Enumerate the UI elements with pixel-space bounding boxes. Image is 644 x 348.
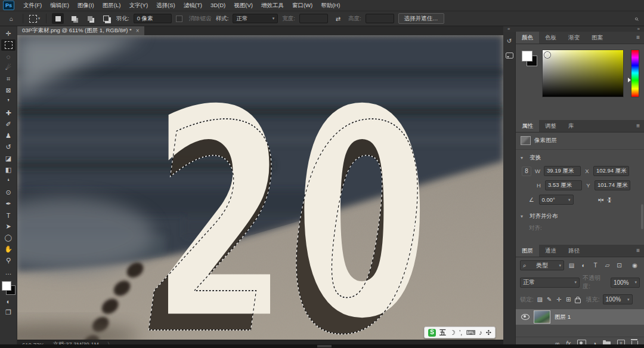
subtract-selection-button[interactable]: [84, 13, 96, 24]
tab-patterns[interactable]: 图案: [586, 32, 609, 44]
active-tool-icon[interactable]: ▾: [29, 13, 41, 24]
menu-plugins[interactable]: 增效工具: [257, 0, 288, 11]
lock-artboard-icon[interactable]: ⊞: [565, 296, 572, 303]
opacity-dropdown[interactable]: 100%▾: [611, 278, 640, 288]
menu-edit[interactable]: 编辑(E): [46, 0, 73, 11]
width-value-field[interactable]: 39.19 厘米: [544, 166, 581, 176]
filter-toggle-pin-icon[interactable]: ◉: [630, 262, 639, 269]
rectangular-marquee-tool[interactable]: [1, 39, 16, 51]
crop-tool[interactable]: ⌗: [1, 73, 16, 85]
ime-logo[interactable]: S: [428, 329, 436, 337]
panel-menu-icon[interactable]: ≡: [632, 245, 644, 257]
filter-shape-layers-icon[interactable]: ▱: [603, 262, 612, 269]
close-tab-icon[interactable]: ×: [136, 27, 140, 34]
ime-toolbox-icon[interactable]: ✣: [486, 329, 491, 336]
chevron-down-icon[interactable]: ▾: [521, 214, 523, 219]
tab-libraries[interactable]: 库: [562, 120, 580, 132]
filter-adjustment-layers-icon[interactable]: ◐: [579, 262, 588, 269]
tab-color[interactable]: 颜色: [516, 32, 539, 44]
expand-dock-icon[interactable]: »: [637, 26, 640, 32]
color-picker-ring[interactable]: [544, 52, 550, 58]
feather-input[interactable]: 0 像素: [134, 14, 172, 23]
clone-stamp-tool[interactable]: ♟: [1, 130, 16, 141]
ime-voice-icon[interactable]: ♪: [479, 329, 482, 336]
width-input[interactable]: [299, 14, 328, 23]
filter-smart-objects-icon[interactable]: ⊡: [615, 262, 624, 269]
select-and-mask-button[interactable]: 选择并遮住…: [398, 13, 444, 24]
quick-mask-button[interactable]: ◐: [1, 295, 16, 307]
screen-mode-button[interactable]: ❐: [1, 307, 16, 318]
hue-slider-arrow[interactable]: [628, 78, 633, 82]
style-dropdown[interactable]: 正常▾: [233, 14, 278, 23]
link-dimensions-icon[interactable]: 8: [522, 167, 531, 176]
tab-adjustments[interactable]: 调整: [539, 120, 562, 132]
search-icon[interactable]: ⌕: [634, 14, 639, 23]
y-value-field[interactable]: 101.74 厘米: [595, 180, 630, 190]
height-value-field[interactable]: 3.53 厘米: [545, 180, 582, 190]
spot-healing-tool[interactable]: ✚: [1, 107, 16, 119]
intersect-selection-button[interactable]: [100, 13, 112, 24]
blend-mode-dropdown[interactable]: 正常▾: [520, 278, 580, 288]
menu-filter[interactable]: 滤镜(T): [179, 0, 206, 11]
collapse-dock-icon[interactable]: «: [507, 26, 510, 32]
lock-pixels-icon[interactable]: ✎: [546, 296, 553, 303]
comments-panel-icon[interactable]: [506, 53, 513, 58]
hand-tool[interactable]: ✋: [1, 244, 16, 255]
canvas[interactable]: 20 20 20 20 S 五 ☽ ’, ⌨ ♪ ✣: [17, 35, 503, 340]
move-tool[interactable]: ✛: [1, 28, 16, 39]
blur-tool[interactable]: ❛: [1, 175, 16, 187]
pen-tool[interactable]: ✒: [1, 198, 16, 210]
menu-help[interactable]: 帮助(H): [317, 0, 344, 11]
panel-scrollbar[interactable]: [641, 204, 643, 229]
menu-3d[interactable]: 3D(D): [206, 0, 230, 11]
zoom-tool[interactable]: ⚲: [1, 255, 16, 266]
lock-all-icon[interactable]: [575, 298, 581, 303]
object-selection-tool[interactable]: ☄: [1, 62, 16, 73]
eraser-tool[interactable]: ◪: [1, 153, 16, 164]
eyedropper-tool[interactable]: ❜: [1, 96, 16, 107]
ellipse-tool[interactable]: ◯: [1, 232, 16, 244]
menu-type[interactable]: 文字(Y): [125, 0, 152, 11]
gradient-tool[interactable]: ◧: [1, 164, 16, 175]
height-input[interactable]: [366, 14, 394, 23]
new-selection-button[interactable]: [52, 13, 64, 24]
fill-dropdown[interactable]: 100%▾: [603, 294, 633, 304]
type-tool[interactable]: T: [1, 210, 16, 221]
menu-select[interactable]: 选择(S): [152, 0, 179, 11]
lock-position-icon[interactable]: ✛: [556, 296, 562, 303]
document-tab[interactable]: 03P字素材.png @ 611% (图层 1, RGB/8#) * ×: [17, 26, 144, 35]
panel-color-swatches[interactable]: [521, 50, 537, 115]
panel-menu-icon[interactable]: ≡: [632, 32, 644, 44]
tab-swatches[interactable]: 色板: [539, 32, 562, 44]
lock-transparency-icon[interactable]: ▨: [537, 296, 543, 303]
menu-layer[interactable]: 图层(L): [98, 0, 125, 11]
ime-moon-icon[interactable]: ☽: [450, 329, 456, 336]
menu-window[interactable]: 窗口(W): [288, 0, 317, 11]
ime-mode[interactable]: 五: [439, 329, 446, 336]
hue-slider[interactable]: [631, 50, 639, 97]
tab-paths[interactable]: 路径: [562, 245, 586, 257]
layer-thumbnail[interactable]: [534, 310, 550, 324]
brush-tool[interactable]: ✐: [1, 119, 16, 130]
path-selection-tool[interactable]: ➤: [1, 221, 16, 232]
lasso-tool[interactable]: ◌: [1, 51, 16, 62]
chevron-down-icon[interactable]: ▾: [521, 155, 523, 161]
add-selection-button[interactable]: [68, 13, 80, 24]
layer-filter-dropdown[interactable]: ⌕ 类型▾: [520, 260, 564, 270]
panel-menu-icon[interactable]: ≡: [632, 120, 644, 132]
layer-visibility-eye-icon[interactable]: [521, 314, 530, 320]
tab-channels[interactable]: 通道: [539, 245, 562, 257]
flip-horizontal-icon[interactable]: ▸|◂: [599, 197, 603, 202]
layer-name[interactable]: 图层 1: [555, 313, 571, 321]
edit-toolbar-button[interactable]: …: [1, 266, 16, 278]
menu-view[interactable]: 视图(V): [230, 0, 257, 11]
ime-toolbar[interactable]: S 五 ☽ ’, ⌨ ♪ ✣: [424, 327, 496, 338]
history-brush-tool[interactable]: ↺: [1, 141, 16, 153]
foreground-color[interactable]: [522, 51, 532, 61]
rotation-angle-field[interactable]: 0.00°▾: [539, 195, 574, 205]
foreground-color-swatch[interactable]: [2, 281, 11, 291]
menu-image[interactable]: 图像(I): [73, 0, 98, 11]
home-icon[interactable]: ⌂: [5, 13, 17, 24]
anti-alias-checkbox[interactable]: [176, 16, 182, 22]
menu-file[interactable]: 文件(F): [19, 0, 46, 11]
